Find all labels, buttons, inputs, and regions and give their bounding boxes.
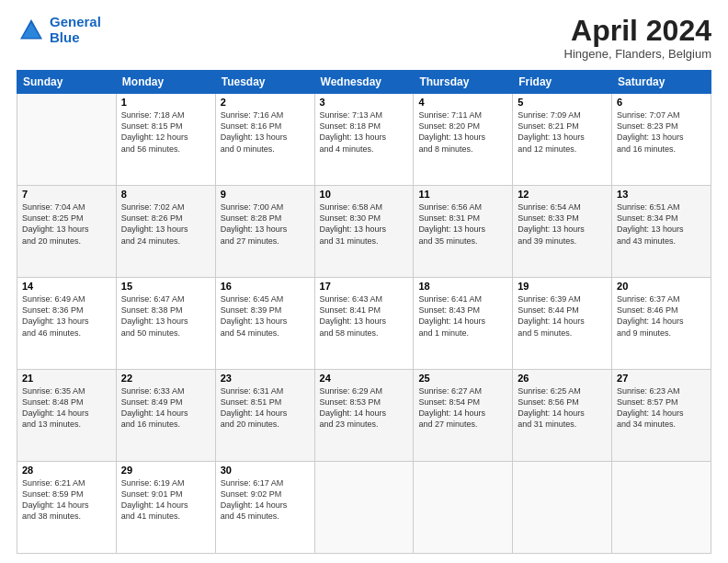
day-cell: 3Sunrise: 7:13 AM Sunset: 8:18 PM Daylig… (314, 94, 414, 186)
day-info: Sunrise: 6:47 AM Sunset: 8:38 PM Dayligh… (121, 293, 210, 339)
day-number: 12 (518, 189, 607, 200)
day-info: Sunrise: 7:04 AM Sunset: 8:25 PM Dayligh… (22, 201, 111, 247)
day-cell: 4Sunrise: 7:11 AM Sunset: 8:20 PM Daylig… (414, 94, 513, 186)
day-info: Sunrise: 6:21 AM Sunset: 8:59 PM Dayligh… (22, 477, 111, 523)
day-info: Sunrise: 6:49 AM Sunset: 8:36 PM Dayligh… (22, 293, 111, 339)
day-number: 21 (22, 373, 111, 384)
col-header-monday: Monday (116, 71, 215, 94)
day-info: Sunrise: 6:17 AM Sunset: 9:02 PM Dayligh… (221, 477, 310, 523)
day-number: 29 (121, 465, 210, 476)
day-cell: 27Sunrise: 6:23 AM Sunset: 8:57 PM Dayli… (612, 370, 711, 462)
svg-marker-1 (22, 23, 40, 38)
day-cell: 26Sunrise: 6:25 AM Sunset: 8:56 PM Dayli… (513, 370, 612, 462)
day-info: Sunrise: 7:09 AM Sunset: 8:21 PM Dayligh… (518, 109, 607, 155)
day-number: 19 (518, 281, 607, 292)
month-title: April 2024 (564, 15, 711, 47)
day-number: 22 (121, 373, 210, 384)
day-cell: 16Sunrise: 6:45 AM Sunset: 8:39 PM Dayli… (215, 278, 314, 370)
day-cell: 29Sunrise: 6:19 AM Sunset: 9:01 PM Dayli… (116, 462, 215, 554)
day-info: Sunrise: 7:11 AM Sunset: 8:20 PM Dayligh… (418, 109, 507, 155)
logo-icon (17, 16, 46, 45)
day-number: 1 (121, 97, 210, 108)
day-number: 16 (221, 281, 310, 292)
day-cell: 5Sunrise: 7:09 AM Sunset: 8:21 PM Daylig… (513, 94, 612, 186)
day-cell: 2Sunrise: 7:16 AM Sunset: 8:16 PM Daylig… (215, 94, 314, 186)
day-cell: 7Sunrise: 7:04 AM Sunset: 8:25 PM Daylig… (17, 186, 117, 278)
day-cell: 15Sunrise: 6:47 AM Sunset: 8:38 PM Dayli… (116, 278, 215, 370)
day-info: Sunrise: 6:35 AM Sunset: 8:48 PM Dayligh… (22, 385, 111, 431)
day-number: 4 (418, 97, 507, 108)
week-row-2: 14Sunrise: 6:49 AM Sunset: 8:36 PM Dayli… (17, 278, 711, 370)
week-row-1: 7Sunrise: 7:04 AM Sunset: 8:25 PM Daylig… (17, 186, 711, 278)
day-cell: 11Sunrise: 6:56 AM Sunset: 8:31 PM Dayli… (414, 186, 513, 278)
day-number: 24 (320, 373, 409, 384)
day-cell: 24Sunrise: 6:29 AM Sunset: 8:53 PM Dayli… (314, 370, 414, 462)
col-header-wednesday: Wednesday (314, 71, 414, 94)
day-info: Sunrise: 6:56 AM Sunset: 8:31 PM Dayligh… (418, 201, 507, 247)
day-info: Sunrise: 6:39 AM Sunset: 8:44 PM Dayligh… (518, 293, 607, 339)
day-cell (314, 462, 414, 554)
day-cell: 20Sunrise: 6:37 AM Sunset: 8:46 PM Dayli… (612, 278, 711, 370)
day-number: 13 (617, 189, 706, 200)
day-cell: 1Sunrise: 7:18 AM Sunset: 8:15 PM Daylig… (116, 94, 215, 186)
col-header-sunday: Sunday (17, 71, 117, 94)
day-cell (414, 462, 513, 554)
day-number: 9 (221, 189, 310, 200)
page: General Blue April 2024 Hingene, Flander… (0, 0, 728, 563)
day-cell (513, 462, 612, 554)
col-header-tuesday: Tuesday (215, 71, 314, 94)
day-info: Sunrise: 7:18 AM Sunset: 8:15 PM Dayligh… (121, 109, 210, 155)
day-info: Sunrise: 6:51 AM Sunset: 8:34 PM Dayligh… (617, 201, 706, 247)
day-number: 5 (518, 97, 607, 108)
day-cell: 28Sunrise: 6:21 AM Sunset: 8:59 PM Dayli… (17, 462, 117, 554)
day-number: 18 (418, 281, 507, 292)
day-number: 23 (221, 373, 310, 384)
col-header-friday: Friday (513, 71, 612, 94)
day-info: Sunrise: 6:43 AM Sunset: 8:41 PM Dayligh… (320, 293, 409, 339)
week-row-4: 28Sunrise: 6:21 AM Sunset: 8:59 PM Dayli… (17, 462, 711, 554)
day-info: Sunrise: 6:27 AM Sunset: 8:54 PM Dayligh… (418, 385, 507, 431)
day-cell: 13Sunrise: 6:51 AM Sunset: 8:34 PM Dayli… (612, 186, 711, 278)
day-cell (17, 94, 117, 186)
day-number: 8 (121, 189, 210, 200)
day-info: Sunrise: 6:19 AM Sunset: 9:01 PM Dayligh… (121, 477, 210, 523)
location-subtitle: Hingene, Flanders, Belgium (564, 47, 711, 61)
title-block: April 2024 Hingene, Flanders, Belgium (564, 15, 711, 61)
day-info: Sunrise: 7:02 AM Sunset: 8:26 PM Dayligh… (121, 201, 210, 247)
day-info: Sunrise: 6:29 AM Sunset: 8:53 PM Dayligh… (320, 385, 409, 431)
day-cell: 25Sunrise: 6:27 AM Sunset: 8:54 PM Dayli… (414, 370, 513, 462)
col-header-thursday: Thursday (414, 71, 513, 94)
day-info: Sunrise: 7:00 AM Sunset: 8:28 PM Dayligh… (221, 201, 310, 247)
week-row-3: 21Sunrise: 6:35 AM Sunset: 8:48 PM Dayli… (17, 370, 711, 462)
day-info: Sunrise: 6:58 AM Sunset: 8:30 PM Dayligh… (320, 201, 409, 247)
day-number: 28 (22, 465, 111, 476)
day-cell: 30Sunrise: 6:17 AM Sunset: 9:02 PM Dayli… (215, 462, 314, 554)
day-number: 26 (518, 373, 607, 384)
day-number: 6 (617, 97, 706, 108)
week-row-0: 1Sunrise: 7:18 AM Sunset: 8:15 PM Daylig… (17, 94, 711, 186)
day-number: 3 (320, 97, 409, 108)
calendar-table: SundayMondayTuesdayWednesdayThursdayFrid… (17, 70, 711, 554)
calendar-header: SundayMondayTuesdayWednesdayThursdayFrid… (17, 71, 711, 94)
day-info: Sunrise: 6:37 AM Sunset: 8:46 PM Dayligh… (617, 293, 706, 339)
day-cell: 17Sunrise: 6:43 AM Sunset: 8:41 PM Dayli… (314, 278, 414, 370)
day-number: 20 (617, 281, 706, 292)
day-info: Sunrise: 6:33 AM Sunset: 8:49 PM Dayligh… (121, 385, 210, 431)
day-number: 30 (221, 465, 310, 476)
day-info: Sunrise: 7:07 AM Sunset: 8:23 PM Dayligh… (617, 109, 706, 155)
header: General Blue April 2024 Hingene, Flander… (17, 15, 711, 61)
day-number: 14 (22, 281, 111, 292)
day-info: Sunrise: 6:54 AM Sunset: 8:33 PM Dayligh… (518, 201, 607, 247)
day-cell: 19Sunrise: 6:39 AM Sunset: 8:44 PM Dayli… (513, 278, 612, 370)
day-cell: 10Sunrise: 6:58 AM Sunset: 8:30 PM Dayli… (314, 186, 414, 278)
day-info: Sunrise: 6:31 AM Sunset: 8:51 PM Dayligh… (221, 385, 310, 431)
day-cell: 23Sunrise: 6:31 AM Sunset: 8:51 PM Dayli… (215, 370, 314, 462)
day-info: Sunrise: 7:13 AM Sunset: 8:18 PM Dayligh… (320, 109, 409, 155)
day-number: 11 (418, 189, 507, 200)
day-number: 25 (418, 373, 507, 384)
day-cell: 21Sunrise: 6:35 AM Sunset: 8:48 PM Dayli… (17, 370, 117, 462)
day-cell: 8Sunrise: 7:02 AM Sunset: 8:26 PM Daylig… (116, 186, 215, 278)
day-number: 17 (320, 281, 409, 292)
day-info: Sunrise: 6:23 AM Sunset: 8:57 PM Dayligh… (617, 385, 706, 431)
day-number: 10 (320, 189, 409, 200)
